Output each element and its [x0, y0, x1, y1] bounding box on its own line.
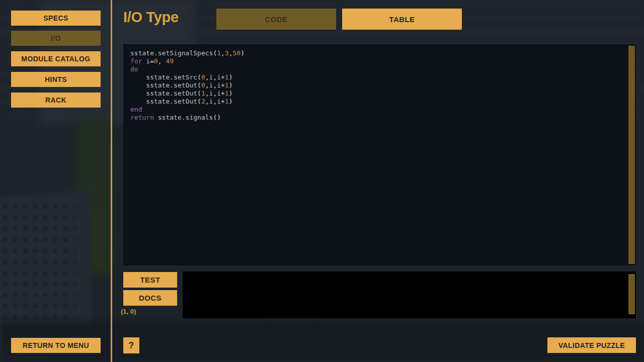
sidebar-item-specs[interactable]: SPECS	[11, 11, 101, 26]
console-scrollbar[interactable]	[628, 274, 635, 314]
help-button[interactable]: ?	[123, 337, 139, 353]
page-title: I/O Type	[123, 9, 179, 26]
output-console[interactable]	[183, 272, 636, 318]
tab-table[interactable]: TABLE	[342, 9, 462, 30]
sidebar-item-module-catalog[interactable]: MODULE CATALOG	[11, 51, 101, 66]
code-lines: sstate.setSignalSpecs(1,3,50)for i=0, 49…	[130, 49, 245, 122]
cursor-position: (1, 0)	[121, 308, 136, 315]
code-editor[interactable]: sstate.setSignalSpecs(1,3,50)for i=0, 49…	[123, 44, 636, 265]
sidebar-item-rack[interactable]: RACK	[11, 93, 101, 108]
tab-code[interactable]: CODE	[216, 9, 336, 30]
docs-button[interactable]: DOCS	[123, 290, 177, 306]
sidebar-divider	[111, 0, 112, 362]
sidebar-item-io[interactable]: I/O	[11, 31, 101, 46]
return-to-menu-button[interactable]: RETURN TO MENU	[11, 338, 101, 353]
sidebar-item-hints[interactable]: HINTS	[11, 72, 101, 87]
test-button[interactable]: TEST	[123, 272, 177, 288]
validate-puzzle-button[interactable]: VALIDATE PUZZLE	[547, 337, 636, 353]
editor-scrollbar[interactable]	[628, 46, 635, 264]
